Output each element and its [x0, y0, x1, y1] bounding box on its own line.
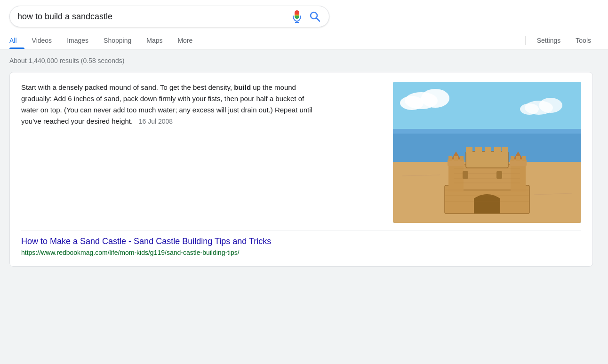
- svg-line-4: [317, 18, 320, 22]
- search-box: [9, 6, 329, 27]
- svg-point-49: [520, 103, 539, 115]
- search-input[interactable]: [17, 12, 287, 22]
- results-area: About 1,440,000 results (0.58 seconds) S…: [0, 49, 608, 274]
- card-link-url: https://www.redbookmag.com/life/mom-kids…: [21, 249, 240, 256]
- svg-rect-31: [460, 156, 464, 161]
- card-link-title[interactable]: How to Make a Sand Castle - Sand Castle …: [21, 237, 581, 246]
- svg-rect-34: [522, 156, 526, 161]
- search-header: All Videos Images Shopping Maps More Set…: [0, 0, 608, 49]
- tab-more[interactable]: More: [170, 32, 200, 49]
- search-icon[interactable]: [308, 10, 321, 23]
- snippet-bold-word: build: [234, 83, 251, 91]
- nav-divider: [525, 36, 526, 45]
- svg-rect-27: [494, 147, 501, 153]
- snippet-text: Start with a densely packed mound of san…: [21, 82, 313, 127]
- svg-point-48: [539, 98, 562, 113]
- svg-rect-16: [466, 151, 508, 168]
- card-text: Start with a densely packed mound of san…: [21, 82, 384, 127]
- snippet-text-before-bold: Start with a densely packed mound of san…: [21, 83, 234, 91]
- svg-rect-36: [496, 171, 502, 179]
- svg-rect-29: [448, 156, 452, 161]
- svg-point-46: [400, 96, 424, 110]
- svg-rect-33: [516, 156, 520, 161]
- tab-all[interactable]: All: [9, 32, 24, 49]
- svg-rect-24: [466, 147, 472, 153]
- search-bar-row: [9, 6, 599, 27]
- results-count: About 1,440,000 results (0.58 seconds): [9, 57, 599, 64]
- sandcastle-image: [393, 82, 581, 223]
- snippet-date: 16 Jul 2008: [139, 118, 173, 125]
- tab-images[interactable]: Images: [59, 32, 96, 49]
- svg-rect-35: [463, 171, 468, 179]
- tab-tools[interactable]: Tools: [568, 32, 599, 49]
- tab-maps[interactable]: Maps: [139, 32, 170, 49]
- svg-rect-32: [511, 156, 514, 161]
- svg-rect-26: [485, 147, 491, 153]
- tab-settings[interactable]: Settings: [529, 32, 568, 49]
- tab-shopping[interactable]: Shopping: [96, 32, 139, 49]
- nav-right: Settings Tools: [521, 32, 599, 49]
- featured-card: Start with a densely packed mound of san…: [9, 72, 593, 267]
- card-content: Start with a densely packed mound of san…: [21, 82, 581, 223]
- svg-rect-30: [454, 156, 458, 161]
- microphone-icon[interactable]: [291, 10, 303, 23]
- svg-rect-28: [502, 147, 508, 153]
- nav-tabs: All Videos Images Shopping Maps More Set…: [9, 32, 599, 49]
- svg-rect-25: [475, 147, 482, 153]
- search-icons: [291, 10, 321, 23]
- tab-videos[interactable]: Videos: [24, 32, 60, 49]
- card-link-section: How to Make a Sand Castle - Sand Castle …: [21, 230, 581, 257]
- svg-point-45: [421, 89, 449, 108]
